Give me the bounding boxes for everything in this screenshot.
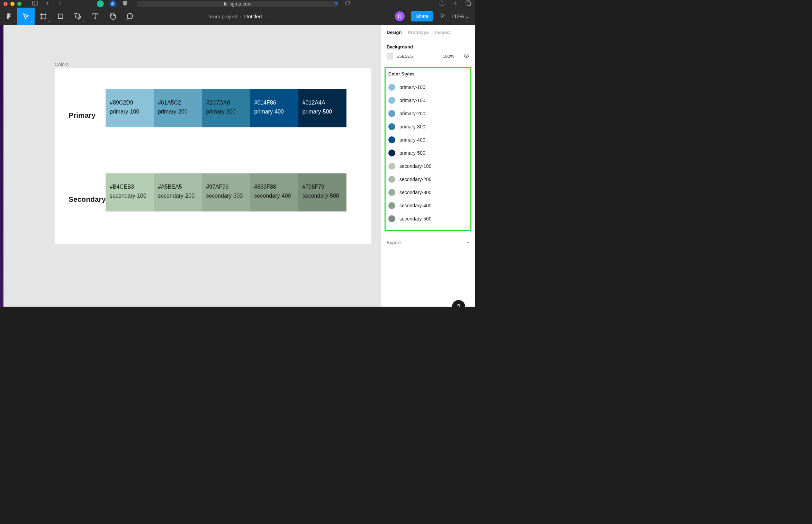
lock-icon (223, 2, 227, 6)
background-label: Background (387, 44, 469, 49)
swatch-secondary-200[interactable]: #A5BEA5secondary-200 (154, 173, 202, 211)
color-style-item[interactable]: secondary-500 (388, 212, 468, 225)
background-swatch[interactable] (387, 53, 393, 60)
color-style-name: primary-500 (399, 150, 425, 156)
swatch-hex: #97AF96 (206, 182, 246, 191)
shield-icon[interactable] (122, 0, 128, 8)
swatch-hex: #889F88 (254, 182, 294, 191)
present-icon[interactable] (440, 13, 445, 20)
document-title[interactable]: Team project / Untitled ⌄ (208, 13, 268, 19)
swatch-secondary-400[interactable]: #889F88secondary-400 (250, 173, 298, 211)
color-style-name: secondary-100 (399, 163, 432, 169)
pen-tool[interactable]: ⌄ (69, 8, 87, 25)
swatch-row-secondary: #B4CEB3secondary-100#A5BEA5secondary-200… (106, 173, 346, 211)
file-name: Untitled (244, 13, 262, 19)
color-style-swatch (388, 215, 395, 222)
color-style-swatch (388, 176, 395, 183)
export-label: Export (387, 240, 401, 245)
swatch-primary-300[interactable]: #2C7DA0primary-300 (202, 89, 250, 127)
minimize-window-button[interactable] (10, 2, 15, 6)
forward-icon[interactable] (57, 0, 63, 8)
color-style-item[interactable]: primary-400 (388, 133, 468, 146)
swatch-secondary-500[interactable]: #798F79secondary-500 (298, 173, 346, 211)
help-button[interactable]: ? (452, 300, 465, 307)
swatch-secondary-100[interactable]: #B4CEB3secondary-100 (106, 173, 154, 211)
audio-icon[interactable] (334, 0, 340, 7)
design-panel: Design Prototype Inspect Background E5E5… (381, 25, 475, 307)
breadcrumb-separator: / (240, 13, 241, 19)
sidebar-toggle-icon[interactable] (32, 0, 38, 8)
color-style-item[interactable]: secondary-200 (388, 173, 468, 186)
browser-extensions: ① (97, 0, 128, 8)
share-button[interactable]: Share (411, 11, 433, 21)
color-style-item[interactable]: primary-500 (388, 146, 468, 160)
swatch-hex: #B4CEB3 (110, 182, 150, 191)
shape-tool[interactable]: ⌄ (52, 8, 69, 25)
palette-title-primary: Primary (69, 111, 96, 119)
onepassword-icon[interactable]: ① (109, 0, 116, 7)
figma-menu-button[interactable]: ⌄ (0, 8, 17, 25)
avatar[interactable]: D (395, 11, 405, 21)
color-style-item[interactable]: secondary-300 (388, 186, 468, 199)
grammarly-icon[interactable] (97, 0, 104, 7)
color-style-swatch (388, 150, 395, 156)
tab-design[interactable]: Design (387, 30, 402, 35)
browser-nav (32, 0, 63, 8)
color-style-item[interactable]: secondary-100 (388, 160, 468, 173)
frame-label[interactable]: Colors (55, 62, 69, 67)
color-style-item[interactable]: primary-100 (388, 94, 468, 107)
swatch-hex: #61A5C2 (158, 98, 198, 107)
color-style-name: primary-400 (399, 137, 425, 143)
text-tool[interactable] (87, 8, 104, 25)
comment-tool[interactable] (121, 8, 138, 25)
close-window-button[interactable] (3, 2, 8, 6)
color-style-item[interactable]: secondary-400 (388, 199, 468, 212)
swatch-hex: #89C2D9 (110, 98, 150, 107)
share-icon[interactable] (439, 0, 445, 8)
color-style-item[interactable]: primary-300 (388, 120, 468, 133)
color-styles-label: Color Styles (388, 71, 468, 76)
swatch-primary-100[interactable]: #89C2D9primary-100 (106, 89, 154, 127)
back-icon[interactable] (44, 0, 51, 8)
frame-tool[interactable]: ⌄ (35, 8, 52, 25)
zoom-control[interactable]: 112%⌄ (451, 13, 469, 19)
tab-inspect[interactable]: Inspect (435, 30, 451, 35)
swatch-name: primary-200 (158, 107, 198, 116)
swatch-primary-500[interactable]: #012A4Aprimary-500 (298, 89, 346, 127)
swatch-row-primary: #89C2D9primary-100#61A5C2primary-200#2C7… (106, 89, 346, 127)
url-host: figma.com (229, 1, 252, 7)
visibility-toggle-icon[interactable] (464, 53, 469, 60)
export-section[interactable]: Export + (381, 235, 475, 250)
color-style-swatch (388, 189, 395, 196)
browser-chrome: ① figma.com (0, 0, 475, 8)
swatch-name: secondary-200 (158, 191, 198, 200)
address-bar[interactable]: figma.com (137, 1, 339, 7)
swatch-name: secondary-300 (206, 191, 246, 200)
color-styles-section: Color Styles primary-100primary-100prima… (385, 67, 471, 231)
reload-icon[interactable] (345, 0, 350, 7)
tabs-icon[interactable] (465, 0, 471, 8)
svg-rect-11 (58, 14, 63, 19)
swatch-name: primary-400 (254, 107, 294, 116)
color-style-item[interactable]: primary-100 (388, 81, 468, 94)
color-style-name: primary-200 (399, 111, 425, 116)
background-opacity[interactable]: 100% (443, 54, 454, 59)
plus-icon[interactable]: + (467, 240, 469, 245)
swatch-name: primary-100 (110, 107, 150, 116)
color-style-name: primary-300 (399, 124, 425, 129)
svg-marker-14 (441, 14, 444, 18)
background-hex[interactable]: E5E5E5 (396, 54, 413, 59)
hand-tool[interactable] (104, 8, 121, 25)
swatch-secondary-300[interactable]: #97AF96secondary-300 (202, 173, 250, 211)
tab-prototype[interactable]: Prototype (408, 30, 429, 35)
color-style-swatch (388, 84, 395, 91)
color-style-name: secondary-300 (399, 190, 432, 195)
move-tool[interactable]: ⌄ (17, 8, 35, 25)
color-style-item[interactable]: primary-200 (388, 107, 468, 120)
frame-colors[interactable]: Primary #89C2D9primary-100#61A5C2primary… (55, 68, 371, 244)
swatch-primary-200[interactable]: #61A5C2primary-200 (154, 89, 202, 127)
canvas[interactable]: Colors Primary #89C2D9primary-100#61A5C2… (0, 25, 381, 307)
swatch-primary-400[interactable]: #014F86primary-400 (250, 89, 298, 127)
maximize-window-button[interactable] (17, 2, 21, 6)
new-tab-icon[interactable] (452, 0, 458, 8)
